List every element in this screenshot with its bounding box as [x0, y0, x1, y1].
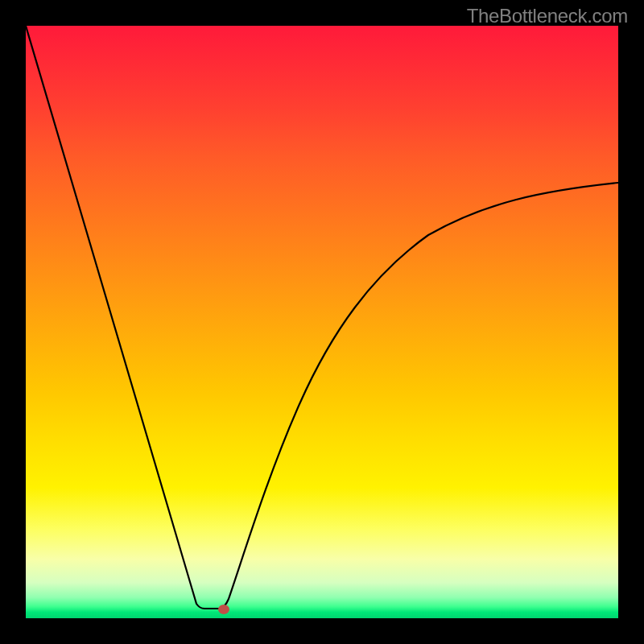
optimal-point-marker	[218, 605, 229, 614]
bottleneck-curve	[26, 26, 618, 609]
chart-svg	[26, 26, 618, 618]
watermark-text: TheBottleneck.com	[467, 5, 628, 27]
plot-area	[26, 26, 618, 618]
